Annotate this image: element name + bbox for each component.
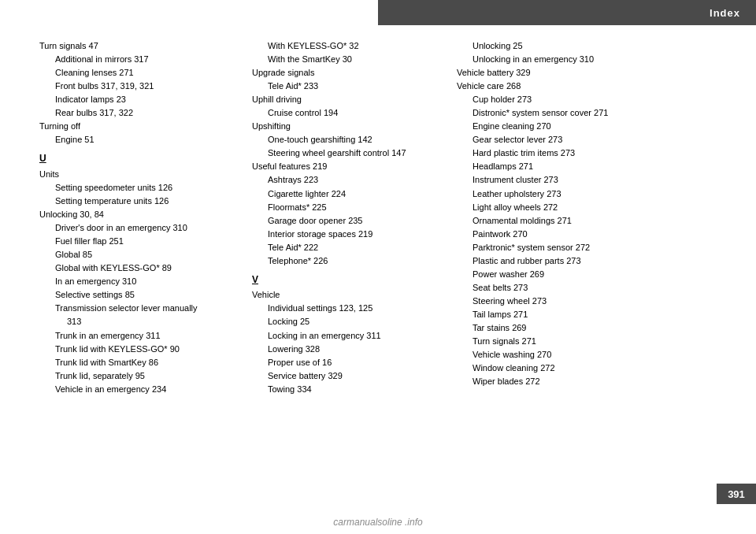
list-item: Ashtrays 223 [252, 173, 441, 187]
list-item: Hard plastic trim items 273 [457, 146, 646, 160]
list-item: Front bulbs 317, 319, 321 [39, 80, 236, 93]
list-item: Distronic* system sensor cover 271 [457, 106, 646, 120]
watermark: carmanualsoline .info [0, 517, 756, 528]
list-item: With the SmartKey 30 [252, 53, 441, 66]
list-item: Units [39, 168, 236, 181]
list-item: Unlocking 30, 84 [39, 208, 236, 221]
list-item: Garage door opener 235 [252, 214, 441, 228]
list-item: Parktronic* system sensor 272 [457, 241, 646, 254]
list-item: Interior storage spaces 219 [252, 228, 441, 241]
list-item: Turn signals 271 [457, 335, 646, 348]
list-item: Towing 334 [252, 383, 441, 396]
list-item: Global with KEYLESS-GO* 89 [39, 261, 236, 275]
list-item: Setting temperature units 126 [39, 195, 236, 208]
list-item: Selective settings 85 [39, 288, 236, 302]
list-item: Steering wheel 273 [457, 295, 646, 308]
list-item: Tar stains 269 [457, 321, 646, 335]
list-item: Gear selector lever 273 [457, 133, 646, 146]
list-item: Unlocking in an emergency 310 [457, 53, 646, 66]
list-item: Cruise control 194 [252, 106, 441, 120]
list-item: Paintwork 270 [457, 228, 646, 241]
list-item: Useful features 219 [252, 160, 441, 173]
list-item: 313 [39, 315, 236, 328]
list-item: Uphill driving [252, 93, 441, 106]
list-item: Upgrade signals [252, 66, 441, 80]
list-item: Transmission selector lever manually [39, 302, 236, 315]
list-item: One-touch gearshifting 142 [252, 133, 441, 146]
list-item: Telephone* 226 [252, 254, 441, 268]
list-item: Ornamental moldings 271 [457, 214, 646, 228]
header-bar: Index [378, 0, 756, 25]
list-item: Vehicle washing 270 [457, 348, 646, 362]
list-item: Trunk lid with KEYLESS-GO* 90 [39, 343, 236, 356]
list-item: Engine 51 [39, 133, 236, 146]
header-title: Index [710, 7, 740, 19]
list-item: Additional in mirrors 317 [39, 53, 236, 66]
list-item: Window cleaning 272 [457, 362, 646, 375]
list-item: Proper use of 16 [252, 356, 441, 369]
list-item: Individual settings 123, 125 [252, 302, 441, 315]
page-number: 391 [728, 488, 745, 500]
list-item: U [39, 151, 236, 166]
list-item: Floormats* 225 [252, 201, 441, 214]
list-item: Service battery 329 [252, 369, 441, 383]
list-item: Trunk lid, separately 95 [39, 369, 236, 383]
list-item: Upshifting [252, 120, 441, 133]
page-number-box: 391 [717, 484, 756, 504]
list-item: Tail lamps 271 [457, 308, 646, 321]
main-content: Turn signals 47Additional in mirrors 317… [0, 39, 756, 495]
list-item: Plastic and rubber parts 273 [457, 254, 646, 268]
list-item: Engine cleaning 270 [457, 120, 646, 133]
list-item: Unlocking 25 [457, 39, 646, 53]
list-item: Light alloy wheels 272 [457, 201, 646, 214]
list-item: Fuel filler flap 251 [39, 235, 236, 248]
list-item: Steering wheel gearshift control 147 [252, 146, 441, 160]
list-item: Wiper blades 272 [457, 375, 646, 388]
list-item: Locking in an emergency 311 [252, 329, 441, 343]
list-item: Vehicle battery 329 [457, 66, 646, 80]
column-2: With KEYLESS-GO* 32With the SmartKey 30U… [244, 39, 449, 495]
list-item: Turning off [39, 120, 236, 133]
column-1: Turn signals 47Additional in mirrors 317… [24, 39, 244, 495]
list-item: Driver's door in an emergency 310 [39, 221, 236, 235]
list-item: Lowering 328 [252, 343, 441, 356]
list-item: Turn signals 47 [39, 39, 236, 53]
list-item: Cigarette lighter 224 [252, 187, 441, 201]
list-item: Trunk lid with SmartKey 86 [39, 356, 236, 369]
list-item: Setting speedometer units 126 [39, 181, 236, 195]
list-item: V [252, 273, 441, 287]
list-item: Indicator lamps 23 [39, 93, 236, 106]
list-item: Rear bulbs 317, 322 [39, 106, 236, 120]
list-item: Seat belts 273 [457, 281, 646, 295]
list-item: Vehicle in an emergency 234 [39, 383, 236, 396]
list-item: Leather upholstery 273 [457, 187, 646, 201]
list-item: Instrument cluster 273 [457, 173, 646, 187]
list-item: Power washer 269 [457, 268, 646, 281]
list-item: Tele Aid* 222 [252, 241, 441, 254]
list-item: Vehicle care 268 [457, 80, 646, 93]
list-item: Trunk in an emergency 311 [39, 329, 236, 343]
list-item: In an emergency 310 [39, 275, 236, 288]
column-3: Unlocking 25Unlocking in an emergency 31… [449, 39, 654, 495]
list-item: Tele Aid* 233 [252, 80, 441, 93]
list-item: Cup holder 273 [457, 93, 646, 106]
list-item: Locking 25 [252, 315, 441, 328]
list-item: Vehicle [252, 288, 441, 302]
list-item: Cleaning lenses 271 [39, 66, 236, 80]
list-item: Headlamps 271 [457, 160, 646, 173]
list-item: Global 85 [39, 248, 236, 261]
list-item: With KEYLESS-GO* 32 [252, 39, 441, 53]
